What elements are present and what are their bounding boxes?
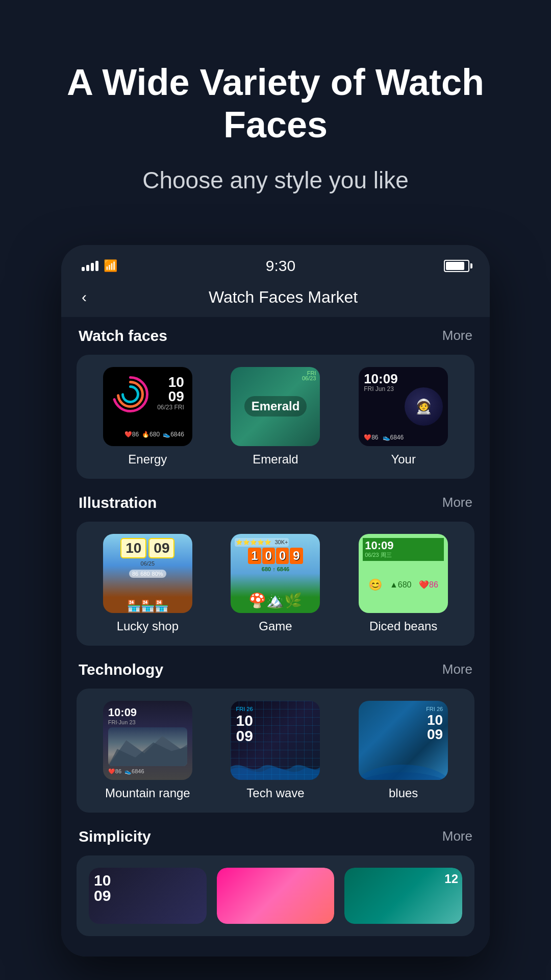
- simplicity-section-title: Simplicity: [79, 828, 151, 845]
- status-bar: 📶 9:30: [61, 245, 490, 280]
- hero-title: A Wide Variety of Watch Faces: [41, 61, 510, 146]
- phone-mockup: 📶 9:30 ‹ Watch Faces Market Watch faces …: [61, 245, 490, 957]
- nav-bar: ‹ Watch Faces Market: [61, 280, 490, 317]
- hero-subtitle: Choose any style you like: [41, 166, 510, 194]
- watchface-your-label: Your: [391, 452, 416, 467]
- watchface-mountainrange[interactable]: 10:09 FRI·Jun 23 ❤️86👟6846 Mo: [89, 701, 207, 800]
- watchface-blues-thumb: FRI 26 1009: [359, 701, 448, 780]
- watchface-blues-label: blues: [389, 786, 418, 800]
- watchface-simplicity-dark[interactable]: 1009: [89, 868, 207, 924]
- illustration-more-link[interactable]: More: [442, 495, 472, 510]
- watchface-luckyshop-thumb: 10 09 06/25 8668080% 🏪🏪🏪: [103, 534, 192, 613]
- watchface-energy-label: Energy: [128, 452, 167, 467]
- watchface-dicedbeans[interactable]: 10:09 06/23 周三 😊 ▲680 ❤️86 Diced beans: [344, 534, 462, 633]
- technology-section-header: Technology More: [77, 661, 474, 678]
- watchfaces-section-title: Watch faces: [79, 327, 167, 345]
- watchface-your[interactable]: 10:09 FRI Jun 23 🧑‍🚀 ❤️86👟6846 Your: [344, 367, 462, 467]
- simplicity-section-header: Simplicity More: [77, 828, 474, 845]
- watchface-game-label: Game: [259, 619, 292, 633]
- watchface-luckyshop-label: Lucky shop: [117, 619, 179, 633]
- nav-title: Watch Faces Market: [97, 288, 469, 307]
- watchface-mountainrange-label: Mountain range: [105, 786, 190, 800]
- illustration-grid: 10 09 06/25 8668080% 🏪🏪🏪 Lucky shop: [77, 522, 474, 646]
- watchfaces-more-link[interactable]: More: [442, 328, 472, 344]
- back-button[interactable]: ‹: [82, 288, 87, 306]
- watchfaces-grid: 1009 06/23 FRI ❤️86🔥680👟6846: [77, 355, 474, 479]
- watchface-techwave[interactable]: FRI 26 1009 Tech wave: [217, 701, 335, 800]
- technology-more-link[interactable]: More: [442, 662, 472, 677]
- watchface-emerald[interactable]: FRI 06/23 Emerald Emerald: [217, 367, 335, 467]
- watchface-techwave-label: Tech wave: [246, 786, 304, 800]
- watchface-game-thumb: ⭐⭐⭐⭐⭐ 30K+ 1 0 0 9 680 ↑ 6846 🍄🏔️🌿: [231, 534, 320, 613]
- watchfaces-section-header: Watch faces More: [77, 327, 474, 345]
- battery-fill: [446, 262, 464, 270]
- watchface-luckyshop[interactable]: 10 09 06/25 8668080% 🏪🏪🏪 Lucky shop: [89, 534, 207, 633]
- watchface-simplicity-pink[interactable]: [217, 868, 335, 924]
- watchface-simplicity-teal[interactable]: 12: [344, 868, 462, 924]
- simplicity-grid: 1009 12: [77, 855, 474, 936]
- content-area: Watch faces More 1009 06/23 FRI: [61, 317, 490, 957]
- simplicity-more-link[interactable]: More: [442, 828, 472, 844]
- watchface-energy-thumb: 1009 06/23 FRI ❤️86🔥680👟6846: [103, 367, 192, 446]
- watchface-emerald-thumb: FRI 06/23 Emerald: [231, 367, 320, 446]
- watchface-dicedbeans-thumb: 10:09 06/23 周三 😊 ▲680 ❤️86: [359, 534, 448, 613]
- status-time: 9:30: [266, 257, 295, 275]
- watchface-techwave-thumb: FRI 26 1009: [231, 701, 320, 780]
- watchface-emerald-label: Emerald: [253, 452, 298, 467]
- technology-grid: 10:09 FRI·Jun 23 ❤️86👟6846 Mo: [77, 689, 474, 813]
- watchface-game[interactable]: ⭐⭐⭐⭐⭐ 30K+ 1 0 0 9 680 ↑ 6846 🍄🏔️🌿: [217, 534, 335, 633]
- hero-section: A Wide Variety of Watch Faces Choose any…: [0, 0, 551, 225]
- watchface-blues[interactable]: FRI 26 1009 blues: [344, 701, 462, 800]
- status-left: 📶: [82, 259, 117, 273]
- watchface-your-thumb: 10:09 FRI Jun 23 🧑‍🚀 ❤️86👟6846: [359, 367, 448, 446]
- illustration-section-title: Illustration: [79, 494, 157, 511]
- wifi-icon: 📶: [104, 259, 117, 273]
- watchface-energy[interactable]: 1009 06/23 FRI ❤️86🔥680👟6846: [89, 367, 207, 467]
- technology-section-title: Technology: [79, 661, 163, 678]
- watchface-mountainrange-thumb: 10:09 FRI·Jun 23 ❤️86👟6846: [103, 701, 192, 780]
- watchface-dicedbeans-label: Diced beans: [369, 619, 437, 633]
- signal-icon: [82, 261, 98, 271]
- battery-icon: [444, 260, 469, 272]
- illustration-section-header: Illustration More: [77, 494, 474, 511]
- svg-point-2: [122, 386, 138, 402]
